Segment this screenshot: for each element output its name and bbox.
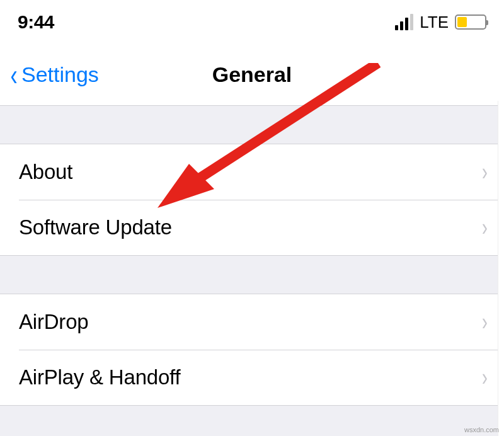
- chevron-right-icon: ›: [482, 364, 488, 391]
- cellular-signal-icon: [395, 14, 413, 30]
- settings-section-2: AirDrop › AirPlay & Handoff ›: [0, 294, 504, 406]
- scroll-edge: [498, 101, 504, 436]
- section-separator: [0, 106, 504, 144]
- status-time: 9:44: [18, 11, 54, 33]
- back-button[interactable]: ‹ Settings: [9, 60, 99, 90]
- chevron-right-icon: ›: [482, 309, 488, 336]
- row-label: About: [19, 160, 72, 184]
- settings-section-1: About › Software Update ›: [0, 144, 504, 256]
- navigation-bar: ‹ Settings General: [0, 44, 504, 106]
- chevron-right-icon: ›: [482, 159, 488, 186]
- back-button-label: Settings: [21, 62, 99, 87]
- software-update-row[interactable]: Software Update ›: [0, 200, 504, 255]
- airplay-handoff-row[interactable]: AirPlay & Handoff ›: [0, 350, 504, 405]
- about-row[interactable]: About ›: [0, 144, 504, 200]
- status-bar: 9:44 LTE: [0, 0, 504, 44]
- watermark-text: wsxdn.com: [464, 426, 499, 433]
- chevron-right-icon: ›: [482, 214, 488, 241]
- status-indicators: LTE: [395, 13, 486, 32]
- row-label: Software Update: [19, 215, 172, 239]
- network-type-label: LTE: [420, 13, 449, 32]
- section-separator: [0, 256, 504, 294]
- row-label: AirPlay & Handoff: [19, 365, 180, 389]
- chevron-left-icon: ‹: [10, 60, 17, 90]
- row-label: AirDrop: [19, 310, 88, 334]
- battery-icon: [455, 14, 486, 30]
- airdrop-row[interactable]: AirDrop ›: [0, 294, 504, 350]
